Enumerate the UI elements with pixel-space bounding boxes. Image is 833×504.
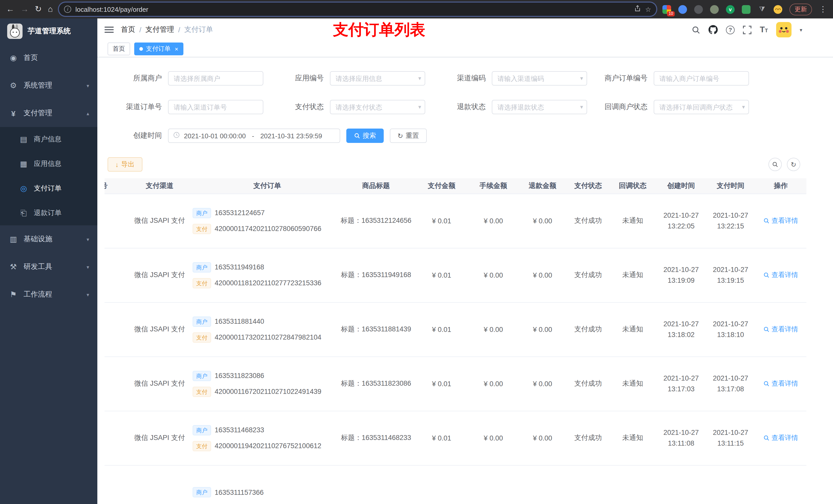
- reset-button[interactable]: ↻ 重置: [390, 128, 427, 143]
- cell-notify: 未通知: [609, 194, 656, 248]
- filter-label-channel-code: 渠道编码: [431, 74, 486, 83]
- reload-icon[interactable]: ↻: [35, 5, 42, 13]
- app-select[interactable]: [330, 71, 425, 86]
- date-end[interactable]: 2021-10-31 23:59:59: [260, 132, 322, 140]
- back-icon[interactable]: ←: [6, 5, 14, 13]
- pay-badge: 支付: [193, 386, 211, 397]
- close-icon[interactable]: ×: [175, 45, 178, 52]
- user-avatar[interactable]: [776, 22, 791, 38]
- url-text[interactable]: localhost:1024/pay/order: [75, 5, 630, 13]
- home-icon[interactable]: ⌂: [48, 5, 53, 13]
- ext-check-icon[interactable]: v: [726, 5, 735, 14]
- table-row: 19 微信 JSAPI 支付 商户 1635311881440 支付 42000…: [104, 302, 806, 357]
- ext-chat-icon[interactable]: [742, 5, 751, 14]
- cell-fee: ¥ 0.00: [469, 194, 518, 248]
- notify-status-select[interactable]: [654, 100, 749, 114]
- view-detail-link[interactable]: 查看详情: [763, 433, 798, 442]
- ext-globe-icon[interactable]: [694, 5, 703, 14]
- font-size-icon[interactable]: TT: [760, 25, 768, 34]
- app-logo[interactable]: 芋道管理系统: [0, 19, 97, 44]
- sidebar-item-system[interactable]: ⚙ 系统管理 ▾: [0, 72, 97, 99]
- export-button[interactable]: ↓ 导出: [108, 157, 142, 172]
- tab-home[interactable]: 首页: [108, 43, 130, 55]
- channel-order-no: 4200001173202110272847982104: [215, 333, 321, 341]
- sidebar-item-infra[interactable]: ▥ 基础设施 ▾: [0, 225, 97, 253]
- view-detail-link[interactable]: 查看详情: [763, 325, 798, 334]
- bookmark-star-icon[interactable]: ☆: [645, 5, 651, 13]
- cell-notify: 未通知: [609, 411, 656, 465]
- help-icon[interactable]: ?: [726, 25, 735, 34]
- pay-badge: 支付: [193, 223, 211, 234]
- cell-status: 支付成功: [567, 194, 609, 248]
- search-icon: [763, 435, 769, 441]
- filter-label-merchant: 所属商户: [108, 74, 162, 83]
- logo-avatar: [7, 24, 23, 39]
- refund-status-select[interactable]: [492, 100, 587, 114]
- view-detail-link[interactable]: 查看详情: [763, 379, 798, 388]
- cell-id: 19: [104, 302, 127, 357]
- merchant-badge: 商户: [193, 316, 211, 327]
- cell-pay-order: 商户 1635312124657 支付 42000011742021102780…: [192, 194, 338, 248]
- fullscreen-icon[interactable]: [743, 25, 752, 34]
- view-detail-link[interactable]: 查看详情: [763, 270, 798, 280]
- sidebar-item-merchant-info[interactable]: ▤ 商户信息: [0, 127, 97, 152]
- avatar-caret-icon[interactable]: ▾: [800, 27, 802, 32]
- sidebar-item-pay-order[interactable]: ◎ 支付订单: [0, 176, 97, 201]
- merchant-badge: 商户: [193, 370, 211, 381]
- breadcrumb-home[interactable]: 首页: [121, 25, 135, 34]
- channel-order-no-input[interactable]: [168, 100, 263, 114]
- github-icon[interactable]: [709, 25, 718, 34]
- download-icon: ↓: [115, 161, 119, 168]
- cell-amount: [414, 465, 469, 504]
- search-icon: [763, 272, 769, 278]
- sidebar-item-devtools[interactable]: ⚒ 研发工具 ▾: [0, 253, 97, 281]
- pay-badge: 支付: [193, 332, 211, 342]
- cell-pay-order: 商户 1635311468233 支付 42000011942021102767…: [192, 411, 338, 465]
- cell-amount: ¥ 0.01: [414, 357, 469, 411]
- share-icon[interactable]: [635, 5, 641, 13]
- ext-palette-icon[interactable]: 10: [662, 5, 671, 14]
- table-body: 21 微信 JSAPI 支付 商户 1635312124657 支付 42000…: [104, 194, 806, 504]
- date-start[interactable]: 2021-10-01 00:00:00: [184, 132, 246, 140]
- refresh-table-button[interactable]: ↻: [787, 158, 800, 171]
- ext-emoji-icon[interactable]: ᴖᴖ: [774, 5, 782, 14]
- view-detail-link[interactable]: 查看详情: [763, 216, 798, 225]
- cell-actions: 查看详情: [755, 357, 806, 411]
- ext-circle-icon[interactable]: [710, 5, 719, 14]
- app-title: 芋道管理系统: [28, 27, 71, 36]
- cell-title: 标题：1635311949168: [338, 248, 414, 302]
- merchant-order-no-input[interactable]: [654, 71, 749, 86]
- extensions-puzzle-icon[interactable]: ⧩: [758, 5, 766, 14]
- breadcrumb-payment[interactable]: 支付管理: [145, 25, 174, 34]
- tab-pay-order[interactable]: 支付订单 ×: [134, 43, 184, 55]
- collapse-menu-icon[interactable]: [104, 27, 114, 33]
- merchant-select[interactable]: [168, 71, 263, 86]
- table-row: 17 微信 JSAPI 支付 商户 1635311468233 支付 42000…: [104, 411, 806, 465]
- search-button[interactable]: 搜索: [346, 128, 384, 143]
- table-toolbar: ↓ 导出 ↻: [108, 157, 800, 172]
- address-bar[interactable]: i localhost:1024/pay/order ☆: [59, 3, 656, 16]
- browser-update-button[interactable]: 更新: [789, 3, 812, 15]
- col-channel: 支付渠道: [127, 178, 192, 194]
- cell-channel: 微信 JSAPI 支付: [127, 194, 192, 248]
- sidebar-item-refund-order[interactable]: ⎗ 退款订单: [0, 201, 97, 225]
- channel-code-select[interactable]: [492, 71, 587, 86]
- app-grid-icon: ▦: [20, 159, 28, 169]
- extension-strip: 10 v ⧩ ᴖᴖ 更新 ⋮: [662, 3, 827, 15]
- forward-icon[interactable]: →: [21, 5, 29, 13]
- toggle-search-button[interactable]: [768, 158, 782, 171]
- sidebar-item-home[interactable]: ◉ 首页: [0, 44, 97, 72]
- ext-drop-icon[interactable]: [678, 5, 687, 14]
- screen: ← → ↻ ⌂ i localhost:1024/pay/order ☆ 10 …: [0, 0, 833, 504]
- filter-label-notify-status: 回调商户状态: [593, 102, 647, 112]
- browser-menu-icon[interactable]: ⋮: [819, 5, 827, 14]
- date-range-picker[interactable]: 2021-10-01 00:00:00 - 2021-10-31 23:59:5…: [168, 128, 340, 143]
- workflow-icon: ⚑: [9, 290, 18, 299]
- sidebar-item-payment[interactable]: ¥ 支付管理 ▴: [0, 99, 97, 127]
- sidebar-item-workflow[interactable]: ⚑ 工作流程 ▾: [0, 281, 97, 308]
- merchant-badge: 商户: [193, 262, 211, 272]
- site-info-icon[interactable]: i: [64, 6, 71, 13]
- sidebar-item-app-info[interactable]: ▦ 应用信息: [0, 152, 97, 176]
- search-icon[interactable]: [692, 25, 700, 34]
- pay-status-select[interactable]: [330, 100, 425, 114]
